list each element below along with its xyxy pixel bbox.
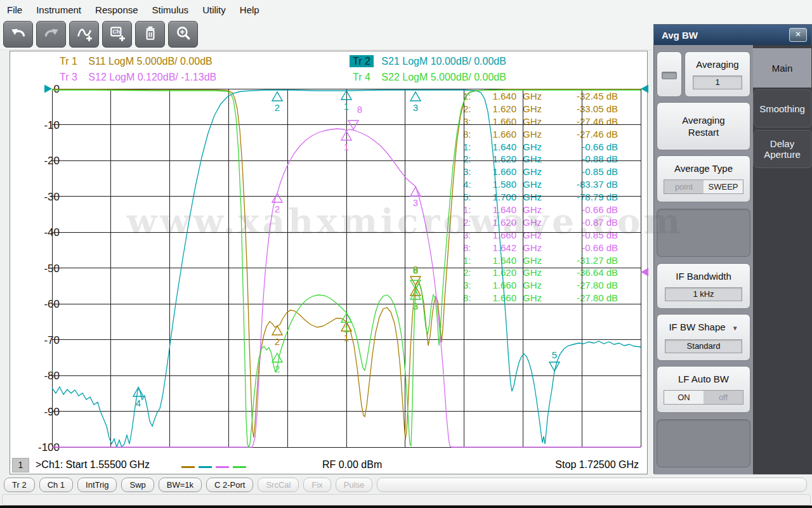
legend-dash — [199, 466, 212, 468]
rf-power-label: RF 0.00 dBm — [322, 459, 382, 471]
y-axis-tick: -20 — [28, 155, 60, 167]
marker-readout-row: 1:1.640GHz-0.66 dB — [463, 204, 618, 216]
lf-auto-bw-on-option[interactable]: ON — [664, 391, 704, 404]
averaging-value[interactable]: 1 — [693, 75, 742, 89]
status-blank — [377, 478, 807, 492]
status-bw-1k[interactable]: BW=1k — [159, 478, 202, 492]
trace-text-tr4: S22 LogM 5.000dB/ 0.00dB — [381, 72, 506, 82]
graph-panel: Tr 1 S11 LogM 5.000dB/ 0.00dB Tr 2 S21 L… — [10, 51, 648, 474]
trace-chip-tr1[interactable]: Tr 1 — [56, 55, 81, 67]
empty-softkey-2 — [657, 419, 750, 467]
trace-legend — [181, 466, 250, 468]
if-bw-shape-label: IF BW Shape▼ — [657, 321, 750, 334]
add-trace-button[interactable] — [69, 21, 99, 48]
zoom-button[interactable] — [168, 21, 198, 48]
marker-readout-row: 3:1.660GHz-0.85 dB — [463, 166, 618, 178]
status-bar: Tr 2Ch 1IntTrigSwpBW=1kC 2-PortSrcCalFix… — [0, 477, 812, 492]
panel-body: Averaging 1 Averaging Restart Average Ty… — [654, 45, 753, 474]
trace-label-tr3[interactable]: Tr 3 S12 LogM 0.120dB/ -1.13dB — [56, 72, 216, 83]
marker-readout-row: 8:1.642GHz-0.66 dB — [463, 242, 618, 254]
chevron-down-icon[interactable]: ▼ — [732, 325, 738, 332]
averaging-toggle-button[interactable] — [657, 51, 682, 97]
trace-chip-tr3[interactable]: Tr 3 — [56, 71, 81, 83]
lf-auto-bw-off-option[interactable]: off — [704, 391, 743, 404]
averaging-label: Averaging — [685, 58, 750, 70]
average-type-sweep-option[interactable]: SWEEP — [704, 180, 743, 193]
marker-readout-row: 2:1.620GHz-33.05 dB — [463, 103, 618, 115]
svg-text:Ch: Ch — [112, 29, 120, 35]
if-bandwidth-button[interactable]: IF Bandwidth 1 kHz — [657, 263, 750, 309]
panel-header: Avg BW ✕ — [654, 25, 811, 45]
status-srccal[interactable]: SrcCal — [258, 478, 299, 492]
marker-readout-row: 2:1.620GHz-36.64 dB — [463, 266, 618, 279]
marker-readout-row: 4:1.580GHz-83.37 dB — [463, 178, 618, 191]
stop-frequency-label: Stop 1.72500 GHz — [527, 459, 639, 471]
y-axis-tick: -100 — [28, 441, 60, 454]
marker-readout-row: 3:1.660GHz-27.80 dB — [463, 279, 618, 292]
average-type-button[interactable]: Average Type point SWEEP — [657, 155, 750, 202]
trace-text-tr1: S11 LogM 5.000dB/ 0.00dB — [88, 56, 212, 67]
y-axis-tick: -80 — [28, 370, 60, 382]
marker-readout-row: 1:1.640GHz-0.66 dB — [463, 141, 618, 153]
trace-label-tr2[interactable]: Tr 2 S21 LogM 10.00dB/ 0.00dB — [350, 56, 506, 67]
trash-icon — [142, 25, 159, 44]
legend-dash — [181, 466, 195, 468]
delete-button[interactable] — [135, 21, 165, 48]
legend-dash — [216, 466, 229, 468]
lf-auto-bw-button[interactable]: LF Auto BW ON off — [657, 366, 750, 413]
averaging-restart-button[interactable]: Averaging Restart — [657, 102, 750, 150]
menu-file[interactable]: File — [0, 2, 29, 18]
menu-stimulus[interactable]: Stimulus — [145, 2, 196, 18]
tab-smoothing[interactable]: Smoothing — [753, 89, 811, 127]
tab-delay-aperture[interactable]: Delay Aperture — [753, 130, 811, 168]
average-type-toggle[interactable]: point SWEEP — [664, 179, 743, 194]
menu-utility[interactable]: Utility — [195, 2, 233, 18]
average-type-label: Average Type — [657, 162, 750, 174]
panel-title: Avg BW — [654, 30, 789, 41]
menu-instrument[interactable]: Instrument — [29, 2, 88, 18]
redo-icon — [43, 25, 60, 44]
marker-readout-row: 3:1.660GHz-0.85 dB — [463, 229, 618, 242]
tab-main[interactable]: Main — [753, 48, 811, 88]
y-axis-tick: -30 — [28, 191, 60, 204]
status-fix[interactable]: Fix — [303, 478, 331, 492]
average-type-point-option[interactable]: point — [664, 180, 704, 193]
add-channel-button[interactable]: Ch — [102, 21, 132, 48]
status-swp[interactable]: Swp — [121, 478, 154, 492]
y-axis-tick: -60 — [28, 298, 60, 311]
avg-bw-panel: Avg BW ✕ Averaging 1 Averaging Restart A… — [653, 24, 812, 474]
lf-auto-bw-toggle[interactable]: ON off — [664, 390, 743, 405]
marker-readout-row: 3:1.660GHz-27.46 dB — [463, 115, 618, 128]
redo-button[interactable] — [36, 21, 66, 48]
status-pulse[interactable]: Pulse — [336, 478, 373, 492]
menu-response[interactable]: Response — [88, 2, 145, 18]
y-axis-tick: -50 — [28, 263, 60, 275]
if-bw-shape-button[interactable]: IF BW Shape▼ Standard — [657, 314, 750, 361]
averaging-toggle-indicator — [662, 72, 677, 79]
trace-chip-tr2[interactable]: Tr 2 — [350, 55, 374, 67]
status-c-2-port[interactable]: C 2-Port — [206, 478, 253, 492]
undo-button[interactable] — [3, 21, 33, 48]
trace-chip-tr4[interactable]: Tr 4 — [350, 71, 374, 83]
status-tr-2[interactable]: Tr 2 — [4, 478, 35, 492]
if-bandwidth-label: IF Bandwidth — [657, 270, 750, 282]
if-bw-shape-value[interactable]: Standard — [665, 339, 742, 353]
averaging-button[interactable]: Averaging 1 — [684, 51, 750, 97]
status-ch-1[interactable]: Ch 1 — [39, 478, 73, 492]
marker-readout-row: 1:1.640GHz-31.27 dB — [463, 254, 618, 267]
trace-text-tr3: S12 LogM 0.120dB/ -1.13dB — [88, 72, 216, 82]
menu-help[interactable]: Help — [233, 2, 266, 18]
menu-bar: FileInstrumentResponseStimulusUtilityHel… — [0, 0, 812, 19]
trace-label-tr1[interactable]: Tr 1 S11 LogM 5.000dB/ 0.00dB — [56, 56, 213, 67]
trace-label-tr4[interactable]: Tr 4 S22 LogM 5.000dB/ 0.00dB — [350, 72, 506, 83]
start-frequency-label: >Ch1: Start 1.55500 GHz — [36, 459, 150, 471]
marker-readout-row: 2:1.620GHz-0.87 dB — [463, 216, 618, 229]
trace-text-tr2: S21 LogM 10.00dB/ 0.00dB — [381, 56, 506, 67]
averaging-restart-label: Averaging Restart — [675, 114, 732, 138]
status-inttrig[interactable]: IntTrig — [77, 478, 117, 492]
if-bandwidth-value[interactable]: 1 kHz — [665, 287, 742, 301]
panel-tab-column: MainSmoothingDelay Aperture — [753, 45, 812, 474]
y-axis-tick: -70 — [28, 334, 60, 347]
empty-softkey-1 — [657, 209, 750, 257]
close-icon[interactable]: ✕ — [789, 28, 807, 42]
